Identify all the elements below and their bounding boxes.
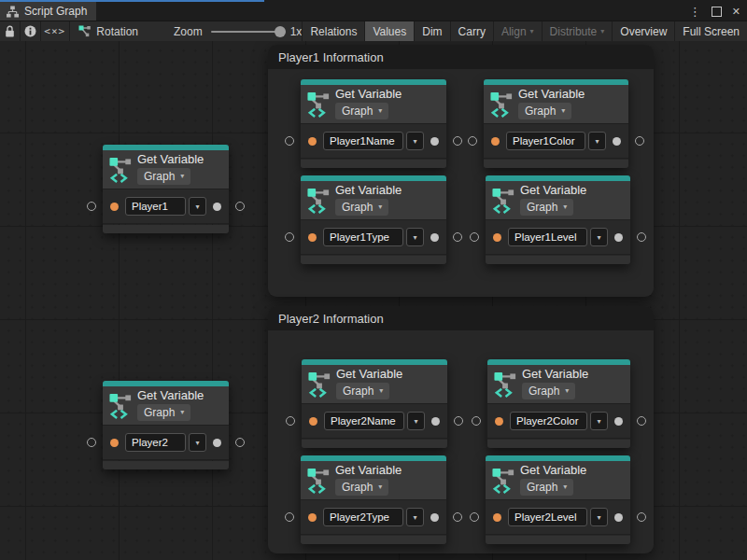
variable-kind-dropdown[interactable]: Graph ▾ [335,103,388,119]
full-screen-button[interactable]: Full Screen [674,21,747,41]
variable-name-dropdown[interactable]: Player1Type ▾ [323,228,424,246]
variable-name-port-dot[interactable] [308,137,317,146]
input-port[interactable] [285,136,294,146]
dropdown-arrow-icon[interactable]: ▾ [407,412,425,430]
variable-kind-dropdown[interactable]: Graph ▾ [520,199,573,216]
dropdown-arrow-icon[interactable]: ▾ [406,132,424,150]
overview-button[interactable]: Overview [612,21,674,41]
dropdown-arrow-icon[interactable]: ▾ [590,412,608,430]
get-variable-node[interactable]: Get Variable Graph ▾ Player1Name ▾ [301,79,446,168]
output-port[interactable] [637,416,646,426]
variable-name-port-dot[interactable] [110,203,119,211]
get-variable-node[interactable]: Get Variable Graph ▾ Player1Type ▾ [301,175,446,264]
value-output-port-dot[interactable] [430,137,439,146]
dropdown-arrow-icon[interactable]: ▾ [588,132,606,150]
variable-name-port-dot[interactable] [309,417,317,426]
input-port[interactable] [87,438,96,447]
variable-kind-dropdown[interactable]: Graph ▾ [336,383,389,399]
value-output-port-dot[interactable] [213,203,221,211]
variable-name-port-dot[interactable] [493,233,501,242]
variable-name-port-dot[interactable] [491,137,500,146]
dropdown-arrow-icon[interactable]: ▾ [406,228,424,246]
variable-name-dropdown[interactable]: Player1 ▾ [125,197,206,216]
variable-name-dropdown[interactable]: Player1Level ▾ [508,228,608,246]
value-output-port-dot[interactable] [430,233,439,242]
maximize-icon[interactable] [712,7,722,17]
dropdown-arrow-icon[interactable]: ▾ [590,228,608,246]
get-variable-node[interactable]: Get Variable Graph ▾ Player2Type ▾ [301,455,446,544]
output-port[interactable] [453,512,462,522]
input-port[interactable] [468,136,477,146]
code-brackets-button[interactable]: <×> [41,21,69,41]
input-port[interactable] [285,232,294,242]
variable-name-port-dot[interactable] [110,439,119,447]
dropdown-arrow-icon[interactable]: ▾ [189,433,206,452]
variable-kind-dropdown[interactable]: Graph ▾ [137,168,190,185]
variable-name-dropdown[interactable]: Player1Name ▾ [323,132,424,150]
output-port[interactable] [454,416,463,426]
variable-name-port-dot[interactable] [308,513,317,522]
group-header[interactable]: Player1 Information [268,45,654,69]
value-output-port-dot[interactable] [431,417,440,426]
variable-kind-dropdown[interactable]: Graph ▾ [522,383,575,399]
variable-name-port-dot[interactable] [308,233,317,242]
dropdown-arrow-icon[interactable]: ▾ [189,197,206,216]
relations-toggle[interactable]: Relations [302,21,364,41]
values-toggle[interactable]: Values [364,21,414,41]
value-output-port-dot[interactable] [213,439,221,447]
tab-script-graph[interactable]: Script Graph [0,2,96,21]
variable-name-port-dot[interactable] [495,417,503,426]
get-variable-node[interactable]: Get Variable Graph ▾ Player2Color ▾ [487,359,630,448]
input-port[interactable] [285,512,294,522]
close-icon[interactable]: ✕ [732,7,740,17]
output-port[interactable] [637,512,646,522]
get-variable-node[interactable]: Get Variable Graph ▾ Player2Name ▾ [302,359,447,448]
variable-name-dropdown[interactable]: Player2Level ▾ [508,508,608,526]
dropdown-arrow-icon[interactable]: ▾ [590,508,608,526]
input-port[interactable] [472,416,481,426]
output-port[interactable] [235,202,245,211]
variable-name-dropdown[interactable]: Player2Color ▾ [510,412,608,430]
output-port[interactable] [453,136,462,146]
variable-name-dropdown[interactable]: Player1Color ▾ [506,132,606,150]
dim-toggle[interactable]: Dim [414,21,449,41]
input-port[interactable] [470,512,479,522]
value-output-port-dot[interactable] [613,137,621,146]
variable-name-dropdown[interactable]: Player2Name ▾ [324,412,425,430]
get-variable-node[interactable]: Get Variable Graph ▾ Player1Color ▾ [484,79,628,168]
input-port[interactable] [470,232,479,242]
variable-kind-dropdown[interactable]: Graph ▾ [335,199,388,216]
input-port[interactable] [286,416,295,426]
zoom-slider-handle[interactable] [275,26,286,37]
zoom-slider[interactable] [211,31,282,33]
dropdown-arrow-icon[interactable]: ▾ [406,508,424,526]
variable-kind-dropdown[interactable]: Graph ▾ [520,479,573,496]
value-output-port-dot[interactable] [614,417,623,426]
get-variable-node[interactable]: Get Variable Graph ▾ Player2 ▾ [103,381,229,469]
lock-button[interactable] [0,21,20,41]
output-port[interactable] [453,232,462,242]
variable-kind-dropdown[interactable]: Graph ▾ [335,479,388,496]
variable-kind-dropdown[interactable]: Graph ▾ [137,404,190,421]
value-output-port-dot[interactable] [614,233,623,242]
output-port[interactable] [637,232,646,242]
output-port[interactable] [635,136,644,146]
info-button[interactable] [21,21,40,41]
align-dropdown[interactable]: Align ▾ [493,21,542,41]
window-menu-icon[interactable]: ⋮ [689,6,701,18]
get-variable-node[interactable]: Get Variable Graph ▾ Player1Level ▾ [486,175,630,264]
distribute-dropdown[interactable]: Distribute ▾ [542,21,613,41]
value-output-port-dot[interactable] [614,513,623,522]
carry-toggle[interactable]: Carry [450,21,493,41]
output-port[interactable] [235,438,245,447]
variable-name-port-dot[interactable] [493,513,501,522]
input-port[interactable] [87,202,96,211]
variable-name-dropdown[interactable]: Player2 ▾ [125,433,206,452]
graph-canvas[interactable]: Player1 Information Player2 Information … [0,41,747,560]
get-variable-node[interactable]: Get Variable Graph ▾ Player2Level ▾ [486,455,630,544]
value-output-port-dot[interactable] [430,513,439,522]
variable-kind-dropdown[interactable]: Graph ▾ [518,103,571,119]
group-header[interactable]: Player2 Information [268,306,654,330]
variable-name-dropdown[interactable]: Player2Type ▾ [323,508,424,526]
get-variable-node[interactable]: Get Variable Graph ▾ Player1 ▾ [103,145,229,233]
